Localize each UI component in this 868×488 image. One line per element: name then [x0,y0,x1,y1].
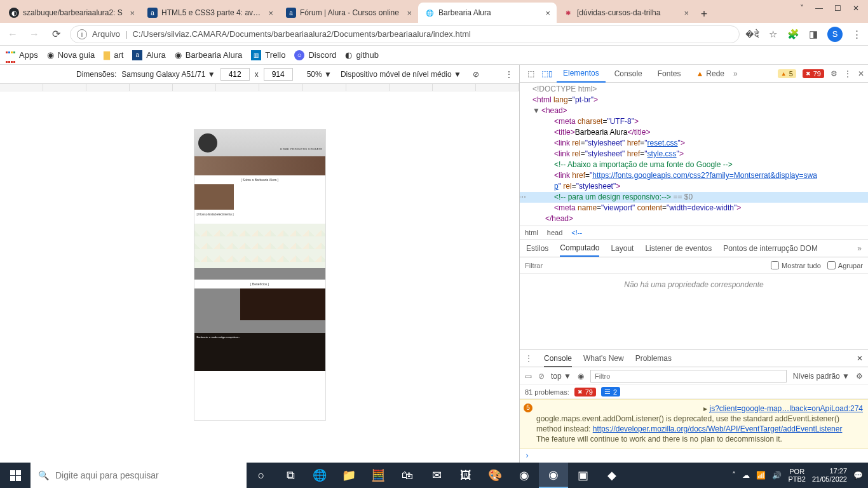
clear-console-icon[interactable]: ⊘ [538,372,545,381]
inspect-icon[interactable]: ⬚ [524,67,538,81]
store-icon[interactable]: 🛍 [393,463,422,488]
zoom-select[interactable]: 50% ▼ [307,70,332,79]
close-window-icon[interactable]: ✕ [853,4,859,13]
mail-icon[interactable]: ✉ [422,463,451,488]
sidebar-toggle-icon[interactable]: ▭ [525,372,532,381]
kebab-icon[interactable]: ⋮ [844,69,851,78]
kebab-icon[interactable]: ⋮ [525,354,532,363]
tab-layout[interactable]: Layout [611,244,634,253]
taskbar-search[interactable]: 🔍 Digite aqui para pesquisar [31,463,247,488]
extensions-icon[interactable]: 🧩 [787,28,799,41]
breadcrumb[interactable]: html head <!-- [520,226,868,240]
browser-tab[interactable]: a HTML5 e CSS3 parte 4: avanç × [141,3,280,23]
tab-sources[interactable]: Fontes [651,65,688,83]
onedrive-icon[interactable]: ☁ [742,471,750,480]
apps-button[interactable]: Apps [5,46,38,65]
tray-chevron-icon[interactable]: ˄ [732,471,736,480]
chrome-icon-active[interactable]: ◉ [539,463,568,488]
start-button[interactable] [0,463,31,488]
tab-listeners[interactable]: Listener de eventos [645,244,712,253]
close-icon[interactable]: × [407,8,412,18]
git-icon[interactable]: ◆ [597,463,627,488]
tab-styles[interactable]: Estilos [526,244,548,253]
gear-icon[interactable]: ⚙ [856,372,863,381]
bookmark-item[interactable]: aAlura [132,50,165,60]
minimize-icon[interactable]: — [815,4,823,13]
task-view-icon[interactable]: ⧉ [276,463,305,488]
errors-badge[interactable]: 79 [803,69,824,78]
menu-icon[interactable]: ⋮ [850,28,863,41]
close-icon[interactable]: × [130,8,135,18]
more-tabs-icon[interactable]: » [733,69,738,78]
tab-elements[interactable]: Elementos [557,65,606,83]
new-tab-button[interactable]: + [695,5,713,23]
side-panel-icon[interactable]: ◨ [807,28,820,41]
forward-button[interactable]: → [27,27,42,42]
chrome-icon[interactable]: ◉ [510,463,539,488]
maximize-icon[interactable]: ☐ [834,4,841,13]
profile-avatar[interactable]: S [827,27,843,42]
language-indicator[interactable]: PORPTB2 [788,468,806,483]
docs-link[interactable]: https://developer.mozilla.org/docs/Web/A… [593,424,843,433]
tab-console[interactable]: Console [544,354,572,367]
levels-select[interactable]: Níveis padrão ▼ [793,372,850,381]
source-link[interactable]: js?client=google-map…lback=onApiLoad:274 [710,404,864,413]
throttle-select[interactable]: Dispositivo móvel de nível médio ▼ [341,70,461,79]
styles-filter-input[interactable] [525,262,764,269]
gear-icon[interactable]: ⚙ [831,69,837,78]
tab-dom-breakpoints[interactable]: Pontos de interrupção DOM [723,244,818,253]
star-icon[interactable]: ☆ [766,28,779,41]
browser-tab[interactable]: ✱ [dúvidas-cursos-da-trilha × [557,3,695,23]
bookmark-item[interactable]: ◐github [345,50,378,60]
bookmark-item[interactable]: ◉Barbearia Alura [175,50,243,60]
rotate-icon[interactable]: ⊘ [473,70,479,79]
volume-icon[interactable]: 🔊 [772,471,782,480]
show-all-checkbox[interactable]: Mostrar tudo [771,261,821,269]
close-icon[interactable]: ✕ [857,354,863,363]
bookmark-item[interactable]: ◉Nova guia [47,50,95,60]
wifi-icon[interactable]: 📶 [756,471,766,480]
tab-computed[interactable]: Computado [560,243,599,257]
eye-icon[interactable]: ◉ [578,372,584,381]
sublime-icon[interactable]: ▣ [568,463,597,488]
warnings-badge[interactable]: 5 [778,69,796,78]
context-select[interactable]: top ▼ [551,372,571,381]
console-filter-input[interactable] [590,370,787,383]
group-checkbox[interactable]: Agrupar [827,261,863,269]
problems-row[interactable]: 81 problemas: 79 ☰ 2 [520,385,868,399]
selected-dom-node[interactable]: <!-- para um design responsivo:--> == $0 [520,192,868,203]
browser-tab-active[interactable]: 🌐 Barbearia Alura × [418,3,557,23]
clock[interactable]: 17:2721/05/2022 [812,467,847,484]
browser-tab[interactable]: ◐ szalbuque/barbeariaalura2: S × [3,3,141,23]
info-icon[interactable]: i [77,29,87,39]
close-icon[interactable]: ✕ [858,69,864,78]
bookmark-item[interactable]: ▇art [104,50,123,60]
height-input[interactable] [264,68,293,81]
chevron-down-icon[interactable]: ˅ [800,4,804,13]
tab-console[interactable]: Console [608,65,649,83]
back-button[interactable]: ← [5,27,20,42]
more-icon[interactable]: » [857,244,862,253]
reload-button[interactable]: ⟳ [48,27,64,42]
url-field[interactable]: i Arquivo | C:/Users/silviaz.CAMARA/Docu… [70,25,740,43]
notifications-icon[interactable]: 💬 [853,471,863,480]
close-icon[interactable]: × [545,8,550,18]
cortana-icon[interactable]: ○ [247,463,276,488]
device-select[interactable]: Samsung Galaxy A51/71 ▼ [121,70,215,79]
device-toggle-icon[interactable]: ⬚▯ [540,67,554,81]
calculator-icon[interactable]: 🧮 [363,463,393,488]
browser-tab[interactable]: a Fórum | Alura - Cursos online × [280,3,418,23]
close-icon[interactable]: × [268,8,273,18]
tab-whatsnew[interactable]: What's New [583,354,624,363]
paint-icon[interactable]: 🎨 [480,463,510,488]
dom-tree[interactable]: <!DOCTYPE html> <html lang="pt-br"> ▼<he… [520,83,868,226]
width-input[interactable] [220,68,250,81]
device-viewport[interactable]: HOME PRODUTOS CONTATO [ Sobre a Barbeari… [0,92,519,463]
tab-network[interactable]: ▲Rede [689,65,731,83]
bookmark-item[interactable]: ☺Discord [294,50,336,60]
console-prompt[interactable]: › [520,449,868,463]
kebab-icon[interactable]: ⋮ [505,70,513,79]
photos-icon[interactable]: 🖼 [451,463,480,488]
explorer-icon[interactable]: 📁 [334,463,363,488]
edge-icon[interactable]: 🌐 [305,463,334,488]
